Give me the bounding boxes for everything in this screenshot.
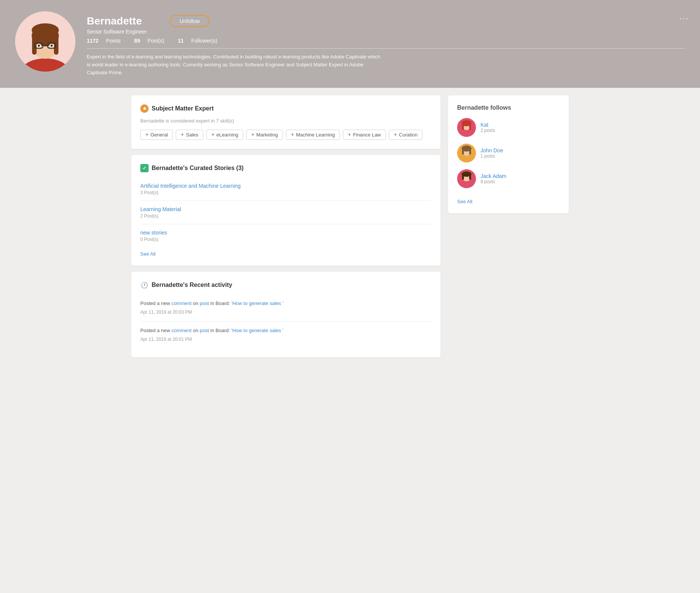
skill-tag-general: ✈ General	[140, 130, 173, 140]
recent-activity-card: 🕐 Bernadette's Recent activity Posted a …	[131, 272, 441, 357]
skills-row: ✈ General ✈ Sales ✈ eLearning ✈ Marketin…	[140, 130, 431, 140]
kat-info: Kat 2 posts	[480, 122, 495, 133]
activity-item: Posted a new comment on post in Board: '…	[140, 294, 431, 322]
kat-name-link[interactable]: Kat	[480, 122, 488, 128]
svg-point-0	[23, 58, 68, 72]
jack-posts: 8 posts	[480, 179, 506, 184]
skill-tag-sales: ✈ Sales	[176, 130, 203, 140]
curated-stories-card: ✓ Bernadette's Curated Stories (3) Artif…	[131, 155, 441, 266]
skill-icon: ✈	[181, 132, 184, 137]
svg-point-12	[38, 44, 40, 47]
story-link-learning[interactable]: Learning Material	[140, 206, 181, 212]
svg-rect-22	[462, 149, 464, 155]
svg-point-13	[51, 44, 53, 47]
story-link-ai[interactable]: Artificial Intelligence and Machine Lear…	[140, 183, 241, 189]
sme-title: ★ Subject Matter Expert	[140, 104, 431, 113]
profile-stats: 1172 Points 89 Post(s) 11 Follower(s)	[87, 38, 685, 44]
jack-name-link[interactable]: Jack Adam	[480, 173, 506, 179]
skill-icon: ✈	[291, 132, 294, 137]
left-column: ★ Subject Matter Expert Bernadette is co…	[131, 95, 441, 357]
follows-title: Bernadette follows	[457, 104, 560, 111]
check-icon: ✓	[140, 164, 149, 172]
kat-posts: 2 posts	[480, 128, 495, 133]
svg-rect-27	[462, 174, 464, 180]
skill-tag-machine-learning: ✈ Machine Learning	[286, 130, 340, 140]
john-avatar	[457, 144, 476, 162]
svg-rect-23	[469, 149, 471, 155]
activity-post-link[interactable]: post	[200, 300, 209, 306]
follow-item-john: John Doe 1 posts	[457, 144, 560, 162]
sme-card: ★ Subject Matter Expert Bernadette is co…	[131, 95, 441, 149]
john-posts: 1 posts	[480, 153, 503, 159]
svg-rect-28	[469, 174, 471, 180]
skill-tag-finance-law: ✈ Finance Law	[343, 130, 386, 140]
jack-info: Jack Adam 8 posts	[480, 173, 506, 184]
right-column: Bernadette follows Kat 2 posts	[448, 95, 569, 357]
profile-bio: Expert in the field of e-learning and le…	[87, 53, 381, 77]
skill-icon: ✈	[145, 132, 149, 137]
skill-tag-curation: ✈ Curation	[389, 130, 422, 140]
story-item: new stories 0 Post(s)	[140, 224, 431, 247]
main-content: ★ Subject Matter Expert Bernadette is co…	[124, 88, 576, 365]
follows-card: Bernadette follows Kat 2 posts	[448, 95, 569, 213]
story-posts: 2 Post(s)	[140, 213, 431, 219]
kat-avatar	[457, 118, 476, 137]
story-posts: 0 Post(s)	[140, 237, 431, 242]
sme-subtitle: Bernadette is considered expert in 7 ski…	[140, 118, 431, 124]
activity-time: Apr 11, 2019 at 20:03 PM	[140, 309, 431, 316]
profile-avatar	[15, 11, 75, 72]
activity-post-link[interactable]: post	[200, 328, 209, 333]
activity-board-link[interactable]: 'How to generate sales '	[231, 300, 283, 306]
skill-icon: ✈	[394, 132, 397, 137]
follow-item-jack: Jack Adam 8 posts	[457, 169, 560, 188]
profile-banner: Bernadette Senior Software Engineer 1172…	[0, 0, 700, 88]
activity-board-link[interactable]: 'How to generate sales '	[231, 328, 283, 333]
stories-see-all-link[interactable]: See All	[140, 251, 155, 257]
activity-comment-link[interactable]: comment	[171, 328, 191, 333]
star-icon: ★	[140, 104, 149, 113]
activity-time: Apr 11, 2019 at 20:01 PM	[140, 336, 431, 343]
skill-tag-marketing: ✈ Marketing	[246, 130, 283, 140]
curated-stories-title: ✓ Bernadette's Curated Stories (3)	[140, 164, 431, 172]
posts-stat: 89 Post(s)	[134, 38, 172, 44]
svg-point-6	[32, 23, 59, 37]
story-item: Artificial Intelligence and Machine Lear…	[140, 178, 431, 201]
unfollow-button[interactable]: Unfollow	[170, 15, 210, 27]
points-stat: 1172 Points	[87, 38, 128, 44]
clock-icon: 🕐	[140, 281, 149, 289]
skill-icon: ✈	[251, 132, 255, 137]
svg-rect-17	[462, 123, 464, 130]
story-posts: 3 Post(s)	[140, 190, 431, 195]
jack-avatar	[457, 169, 476, 188]
activity-item: Posted a new comment on post in Board: '…	[140, 322, 431, 348]
more-options-button[interactable]: ···	[680, 14, 689, 23]
follow-item-kat: Kat 2 posts	[457, 118, 560, 137]
story-item: Learning Material 2 Post(s)	[140, 201, 431, 224]
john-name-link[interactable]: John Doe	[480, 147, 503, 153]
skill-icon: ✈	[348, 132, 351, 137]
skill-tag-elearning: ✈ eLearning	[206, 130, 243, 140]
john-info: John Doe 1 posts	[480, 147, 503, 159]
story-link-new[interactable]: new stories	[140, 230, 167, 236]
follows-see-all-link[interactable]: See All	[457, 199, 472, 204]
skill-icon: ✈	[211, 132, 215, 137]
svg-rect-18	[469, 123, 471, 130]
profile-job-title: Senior Software Engineer	[87, 29, 685, 35]
activity-comment-link[interactable]: comment	[171, 300, 191, 306]
recent-activity-title: 🕐 Bernadette's Recent activity	[140, 281, 431, 289]
followers-stat: 11 Follower(s)	[178, 38, 224, 44]
